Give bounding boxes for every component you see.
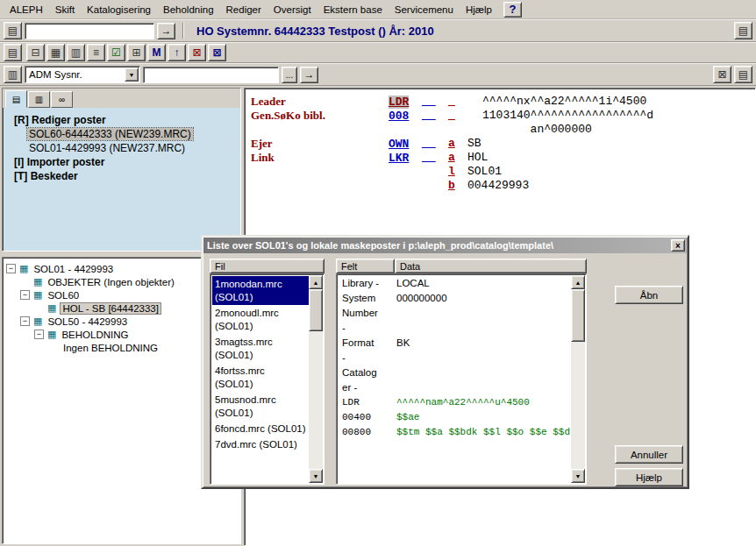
header-options-button[interactable]: ▤ [734, 22, 752, 39]
menu-item-aleph[interactable]: ALEPH [4, 2, 49, 18]
close-all-button[interactable]: ⊠ [208, 44, 226, 61]
tree-item-sol60-record[interactable]: SOL60-64442333 (NEW239.MRC) [3, 127, 240, 141]
field-value[interactable]: HOL [467, 151, 488, 165]
field-tag[interactable]: LKR [389, 152, 409, 165]
collapse-icon[interactable] [34, 330, 44, 339]
scrollbar[interactable]: ▲ ▼ [309, 275, 323, 483]
scrollbar-thumb[interactable] [309, 289, 323, 331]
scrollbar[interactable]: ▲ ▼ [571, 275, 585, 483]
split-view-button[interactable]: ▥ [67, 44, 85, 61]
field-value[interactable]: SOL01 [467, 165, 502, 179]
subfield-code[interactable]: a [448, 137, 467, 151]
go-button[interactable]: → [157, 23, 175, 39]
search-marc-button[interactable]: M [147, 44, 166, 61]
overview-icon-button[interactable]: ▥ [4, 66, 22, 83]
cancel-button[interactable]: Annuller [615, 445, 683, 464]
menu-item-servicemenu[interactable]: Servicemenu [389, 2, 460, 18]
file-list-item[interactable]: 4fortss.mrc(SOL01) [212, 363, 309, 392]
field-row[interactable]: 00400$$ae [339, 410, 571, 425]
help-dialog-button[interactable]: Hjælp [615, 468, 683, 486]
scroll-down-button[interactable]: ▼ [571, 469, 585, 483]
expand-record-tree-button[interactable]: ⊟ [26, 44, 45, 61]
help-button[interactable]: ? [503, 2, 522, 18]
go-to-record-button[interactable]: → [300, 67, 318, 83]
field-row[interactable]: Catalog [339, 365, 571, 380]
tree-section-beskeder[interactable]: [T] Beskeder [3, 169, 240, 183]
browse-button[interactable]: ... [282, 67, 297, 83]
file-list-item[interactable]: 3magtss.mrc(SOL01) [212, 334, 309, 363]
base-selector[interactable]: ADM Sysnr. ▼ [25, 66, 140, 83]
tree-section-rediger-poster[interactable]: [R] Rediger poster [3, 113, 240, 127]
subfield-code[interactable]: a [448, 151, 467, 165]
upload-record-button[interactable]: ↑ [168, 44, 186, 61]
tag-list-button[interactable]: ≡ [87, 44, 105, 61]
subfield-code[interactable]: l [448, 165, 467, 179]
field-indicators[interactable]: __ [422, 137, 448, 151]
scroll-up-button[interactable]: ▲ [309, 275, 323, 289]
file-list-item[interactable]: 2monoudl.mrc(SOL01) [212, 305, 309, 334]
check-record-button[interactable]: ☑ [107, 44, 125, 61]
field-value[interactable]: 1103140^^^^^^^^^^^^^^^^^d [482, 109, 653, 123]
menu-item-ekstern-base[interactable]: Ekstern base [317, 2, 389, 18]
menu-item-rediger[interactable]: Rediger [220, 2, 267, 18]
field-row[interactable]: System000000000 [339, 291, 571, 306]
field-value[interactable]: ^^^^^nx^^a22^^^^^1i^4500 [482, 95, 646, 109]
field-row[interactable]: LDR^^^^^nam^a22^^^^^u^4500 [339, 395, 571, 410]
scroll-up-button[interactable]: ▲ [571, 275, 585, 289]
tab-templates[interactable]: ▥ [28, 91, 50, 108]
collapse-icon[interactable] [20, 316, 30, 326]
field-tag[interactable]: OWN [389, 138, 409, 151]
tab-edit-records[interactable]: ▤ [5, 90, 27, 108]
menu-item-katalogisering[interactable]: Katalogisering [81, 2, 157, 18]
field-value[interactable]: SB [467, 137, 481, 151]
data-column-header[interactable]: Data [395, 259, 587, 273]
chevron-down-icon[interactable]: ▼ [125, 67, 139, 82]
scrollbar-thumb[interactable] [571, 289, 585, 342]
tree-item-sol01-record[interactable]: SOL01-4429993 (NEW237.MRC) [3, 141, 240, 155]
menu-item-beholdning[interactable]: Beholdning [157, 2, 220, 18]
scroll-down-button[interactable]: ▼ [309, 469, 323, 483]
field-tag[interactable]: LDR [389, 96, 409, 109]
menu-item-skift[interactable]: Skift [49, 2, 81, 18]
record-search-input[interactable] [25, 23, 154, 39]
file-list-item[interactable]: 6foncd.mrc (SOL01) [212, 421, 309, 436]
field-row[interactable]: 00800$$tm $$a $$bdk $$l $$o $$e $$d [339, 425, 571, 440]
subfield-code[interactable]: _ [448, 109, 467, 123]
field-row[interactable]: er - [339, 380, 571, 395]
menu-item-hjaelp[interactable]: Hjælp [460, 2, 498, 18]
open-template-button[interactable]: ▤ [4, 44, 22, 61]
subfield-code[interactable]: b [448, 179, 467, 193]
system-number-field[interactable] [143, 67, 279, 83]
field-row[interactable]: FormatBK [339, 336, 571, 351]
collapse-icon[interactable] [6, 264, 16, 273]
full-record-view-button[interactable]: ▦ [46, 44, 65, 61]
field-row[interactable]: Number [339, 306, 571, 321]
collapse-icon[interactable] [20, 290, 30, 300]
file-list-item[interactable]: 1monodan.mrc(SOL01) [212, 276, 309, 305]
show-record-button[interactable]: ▤ [734, 66, 752, 83]
add-field-button[interactable]: ⊞ [127, 44, 146, 61]
dialog-title-bar[interactable]: Liste over SOL01's og lokale maskeposter… [203, 238, 687, 253]
field-indicators[interactable]: __ [422, 151, 448, 165]
field-value[interactable]: an^000000 [482, 123, 592, 137]
subfield-code[interactable]: _ [448, 95, 467, 109]
tree-section-importer-poster[interactable]: [I] Importer poster [3, 155, 240, 169]
record-icon-button[interactable]: ▤ [4, 22, 22, 39]
tab-search[interactable]: ∞ [51, 91, 73, 108]
field-indicators[interactable]: __ [422, 95, 448, 109]
close-panel-button[interactable]: ⊠ [713, 66, 731, 83]
field-tag[interactable]: 008 [389, 110, 409, 123]
file-list-item[interactable]: 7dvd.mrc (SOL01) [212, 436, 309, 452]
close-record-button[interactable]: ⊠ [188, 44, 206, 61]
menu-item-oversigt[interactable]: Oversigt [267, 2, 317, 18]
felt-column-header[interactable]: Felt [336, 259, 395, 273]
field-row[interactable]: Library -LOCAL [339, 276, 571, 291]
field-value[interactable]: 004429993 [467, 179, 529, 193]
file-list-item[interactable]: 5musnod.mrc(SOL01) [212, 392, 309, 421]
open-button[interactable]: Åbn [615, 286, 683, 304]
close-button[interactable]: × [671, 239, 685, 252]
field-indicators[interactable]: __ [422, 109, 448, 123]
field-row[interactable]: - [339, 321, 571, 336]
field-row[interactable]: - [339, 351, 571, 365]
file-column-header[interactable]: Fil [210, 259, 325, 273]
